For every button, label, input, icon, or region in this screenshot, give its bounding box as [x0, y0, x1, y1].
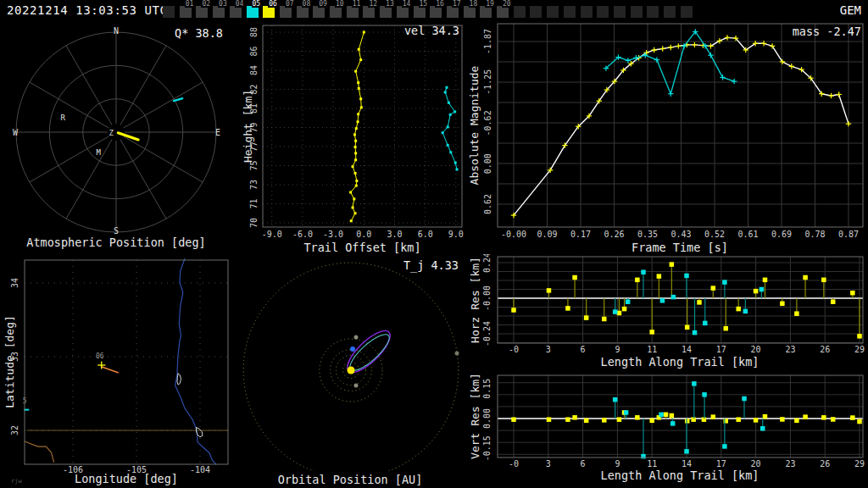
x-tick-label: 0.09: [537, 230, 557, 239]
venus-dot: [354, 384, 359, 388]
data-point: [357, 120, 359, 123]
data-point: [780, 417, 785, 422]
trail-line-05: [442, 87, 457, 169]
y-tick-label: 0.62: [483, 194, 492, 214]
data-point: [547, 417, 552, 422]
y-tick-label: 34: [10, 278, 19, 288]
station-indicator: [514, 6, 526, 18]
x-tick-label: -9.0: [262, 230, 282, 239]
y-tick-label: 73: [249, 180, 259, 190]
compass-east: E: [215, 128, 220, 137]
plot-frame: [498, 257, 863, 343]
station-label-06: 06: [96, 352, 104, 360]
vert-length-caption: Length Along Trail [km]: [500, 469, 860, 482]
station-indicator: [163, 6, 175, 18]
station-indicator-label: 02: [201, 0, 211, 8]
data-point: [711, 286, 716, 291]
data-point: [445, 86, 448, 89]
data-point: [442, 131, 444, 134]
data-point: [357, 81, 359, 84]
data-point: [649, 419, 654, 424]
x-tick-label: 11: [647, 459, 657, 469]
marker-label-M: M: [96, 148, 101, 157]
y-tick-label: 32: [10, 425, 19, 435]
x-tick-label: 11: [647, 345, 657, 354]
watermark: rjw: [11, 478, 22, 485]
x-tick-label: 0.26: [604, 230, 624, 239]
data-point: [565, 417, 570, 422]
data-point: [685, 419, 690, 424]
data-point: [624, 410, 629, 415]
sun-dot: [348, 367, 355, 374]
station-indicator-16: 16: [430, 6, 442, 18]
data-point: [354, 212, 357, 214]
data-point: [350, 219, 353, 222]
plot-frame: [263, 25, 462, 227]
data-point: [671, 295, 676, 300]
x-tick-label: 26: [820, 345, 830, 354]
data-point: [613, 309, 618, 314]
data-point: [357, 113, 359, 115]
station-indicator-label: 05: [252, 0, 262, 8]
x-tick-label: 14: [682, 459, 692, 469]
data-point: [803, 414, 808, 419]
y-tick-label: 0.24: [482, 254, 492, 273]
station-indicator-label: 17: [452, 0, 462, 8]
data-point: [760, 426, 765, 431]
data-point: [354, 70, 357, 73]
earth-dot: [350, 347, 355, 352]
compass-south: S: [114, 226, 119, 236]
height-axis-label: Height [km]: [242, 90, 254, 163]
station-indicator-label: 07: [285, 0, 295, 8]
station-indicator-19: 19: [480, 6, 492, 18]
station-indicator: [547, 6, 559, 18]
mars-dot: [354, 336, 359, 340]
data-point: [355, 127, 358, 130]
data-point: [547, 288, 552, 293]
city-outline-1: [177, 374, 181, 385]
data-point: [742, 396, 747, 402]
ground-track: [102, 367, 118, 373]
data-point: [711, 414, 716, 419]
orbital-position-plot: [237, 254, 462, 471]
station-indicator: [581, 6, 593, 18]
data-point: [617, 417, 622, 422]
station-indicator-label: 03: [218, 0, 228, 8]
x-tick-label: 23: [785, 459, 795, 469]
data-point: [641, 454, 646, 459]
data-point: [723, 326, 728, 331]
data-point: [359, 58, 362, 61]
station-indicator-05: 05: [247, 6, 259, 18]
river: [175, 258, 216, 464]
data-point: [722, 444, 727, 449]
station-indicator-20: 20: [497, 6, 509, 18]
x-tick-label: 0.78: [804, 230, 825, 239]
data-point: [355, 180, 358, 182]
data-point: [649, 330, 654, 335]
timestamp: 20221214 13:03:53 UTC: [7, 3, 168, 17]
data-point: [850, 291, 855, 296]
x-tick-label: 3: [546, 345, 551, 354]
data-point: [354, 146, 357, 148]
data-point: [447, 125, 449, 128]
x-tick-label: 0.17: [570, 230, 591, 239]
x-tick-label: -0: [509, 459, 519, 469]
station-indicator-01: 01: [180, 6, 192, 18]
data-point: [354, 152, 357, 154]
data-point: [354, 140, 357, 142]
station-indicator-14: 14: [397, 6, 409, 18]
x-tick-label: 17: [716, 459, 726, 469]
x-tick-label: -6.0: [292, 230, 313, 239]
station-indicator-15: 15: [414, 6, 426, 18]
x-tick-label: 3.0: [387, 230, 402, 239]
mass-value: mass -2.47: [729, 25, 861, 38]
y-tick-label: -1.87: [483, 29, 492, 54]
vert-residuals-plot: -0369111417202326290.150.00-0.15: [466, 369, 868, 476]
q-star-value: Q* 38.8: [136, 26, 223, 40]
data-point: [684, 274, 689, 279]
station-indicator: [647, 6, 659, 18]
data-point: [736, 307, 741, 312]
station-indicator-17: 17: [447, 6, 459, 18]
orbital-position-caption: Orbital Position [AU]: [240, 473, 460, 486]
data-point: [641, 269, 646, 274]
